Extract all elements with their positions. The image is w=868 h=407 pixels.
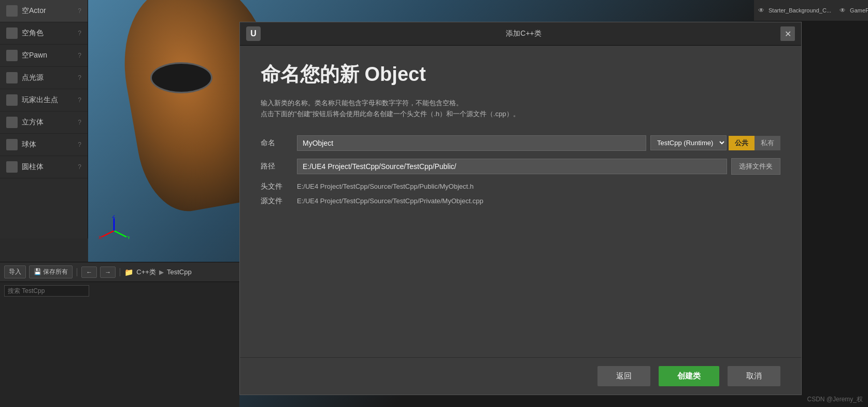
cancel-button[interactable]: 取消 [728, 366, 780, 386]
search-input[interactable] [4, 285, 89, 297]
import-button[interactable]: 导入 [4, 265, 26, 278]
panel-item-player-start[interactable]: 玩家出生点 ? [0, 89, 88, 111]
cylinder-icon [6, 161, 18, 173]
breadcrumb-arrow: ▶ [159, 269, 164, 276]
forward-button[interactable]: → [100, 266, 116, 278]
source-file-row: 源文件 E:/UE4 Project/TestCpp/Source/TestCp… [261, 197, 780, 206]
modal-close-button[interactable]: ✕ [780, 26, 795, 41]
sphere-label: 球体 [22, 140, 76, 149]
panel-item-empty-actor[interactable]: 空Actor ? [0, 0, 88, 22]
runtime-selector: TestCpp (Runtime) [650, 135, 727, 150]
source-file-value: E:/UE4 Project/TestCpp/Source/TestCpp/Pr… [297, 197, 483, 205]
toolbar-separator [77, 268, 77, 276]
empty-pawn-label: 空Pawn [22, 51, 76, 60]
source-file-label: 源文件 [261, 197, 297, 206]
svg-text:Z: Z [112, 215, 115, 219]
eye-icon-1: 👁 [758, 7, 764, 14]
empty-character-icon [6, 27, 18, 39]
watermark: CSDN @Jeremy_权 [807, 395, 863, 404]
right-panel: 👁 Starter_Background_C... 👁 GamePlayActo… [754, 0, 868, 21]
modal-heading: 命名您的新 Object [261, 61, 780, 88]
panel-item-sphere[interactable]: 球体 ? [0, 134, 88, 156]
eye-icon-2: 👁 [839, 7, 846, 14]
svg-line-1 [102, 231, 114, 237]
cube-icon [6, 117, 18, 128]
modal-title: 添加C++类 [267, 29, 780, 38]
empty-actor-icon [6, 5, 18, 17]
empty-pawn-help[interactable]: ? [78, 52, 81, 59]
cube-label: 立方体 [22, 118, 76, 127]
panel-item-empty-character[interactable]: 空角色 ? [0, 22, 88, 45]
access-buttons: 公共 私有 [729, 136, 780, 150]
header-file-value: E:/UE4 Project/TestCpp/Source/TestCpp/Pu… [297, 183, 474, 190]
runtime-select[interactable]: TestCpp (Runtime) [650, 135, 727, 150]
panel-item-point-light[interactable]: 点光源 ? [0, 67, 88, 89]
header-file-row: 头文件 E:/UE4 Project/TestCpp/Source/TestCp… [261, 182, 780, 191]
name-label: 命名 [261, 138, 297, 148]
empty-pawn-icon [6, 50, 18, 61]
back-button[interactable]: 返回 [597, 366, 650, 386]
toolbar-separator-2 [120, 268, 120, 276]
panel-item-cube[interactable]: 立方体 ? [0, 111, 88, 134]
cube-help[interactable]: ? [78, 119, 81, 126]
modal-description: 输入新类的名称。类名称只能包含字母和数字字符，不能包含空格。 点击下面的"创建"… [261, 98, 780, 120]
modal-footer: 返回 创建类 取消 [240, 357, 801, 395]
add-cpp-modal: U 添加C++类 ✕ 命名您的新 Object 输入新类的名称。类名称只能包含字… [239, 22, 802, 395]
visor-decoration [150, 62, 212, 93]
sphere-icon [6, 139, 18, 150]
access-public-button[interactable]: 公共 [729, 136, 755, 150]
empty-character-help[interactable]: ? [78, 30, 81, 37]
modal-titlebar: U 添加C++类 ✕ [240, 22, 801, 46]
access-private-button[interactable]: 私有 [755, 136, 780, 150]
bottom-panel: 导入 💾 保存所有 ← → 📁 C++类 ▶ TestCpp [0, 262, 239, 407]
right-panel-item-1: Starter_Background_C... [769, 7, 831, 13]
breadcrumb-cpp[interactable]: C++类 [136, 268, 156, 277]
svg-line-0 [114, 231, 126, 237]
empty-actor-help[interactable]: ? [78, 7, 81, 15]
right-panel-item-2: GamePlayActors [850, 7, 868, 13]
create-class-button[interactable]: 创建类 [659, 366, 719, 386]
cylinder-help[interactable]: ? [78, 163, 81, 171]
left-panel: 空Actor ? 空角色 ? 空Pawn ? 点光源 ? 玩家出生点 ? 立方体… [0, 0, 88, 238]
save-all-button[interactable]: 💾 保存所有 [29, 265, 73, 278]
point-light-icon [6, 72, 18, 83]
svg-text:X: X [98, 234, 102, 240]
save-icon: 💾 [34, 268, 41, 275]
panel-item-empty-pawn[interactable]: 空Pawn ? [0, 45, 88, 67]
player-start-icon [6, 94, 18, 106]
path-row: 路径 选择文件夹 [261, 158, 780, 175]
name-row: 命名 TestCpp (Runtime) 公共 私有 [261, 135, 780, 151]
choose-file-button[interactable]: 选择文件夹 [731, 158, 780, 175]
bottom-toolbar: 导入 💾 保存所有 ← → 📁 C++类 ▶ TestCpp [0, 262, 239, 282]
path-input[interactable] [297, 159, 727, 174]
svg-text:Y: Y [127, 234, 130, 240]
player-start-help[interactable]: ? [78, 96, 81, 104]
axis-indicator: Y X Z [98, 215, 130, 246]
empty-character-label: 空角色 [22, 29, 76, 38]
cylinder-label: 圆柱体 [22, 162, 76, 172]
sphere-help[interactable]: ? [78, 141, 81, 148]
search-container [0, 282, 239, 300]
player-start-label: 玩家出生点 [22, 95, 76, 105]
panel-item-cylinder[interactable]: 圆柱体 ? [0, 156, 88, 178]
name-input[interactable] [297, 135, 646, 151]
breadcrumb-testcpp[interactable]: TestCpp [167, 268, 192, 276]
unreal-logo: U [246, 26, 261, 41]
modal-body: 命名您的新 Object 输入新类的名称。类名称只能包含字母和数字字符，不能包含… [240, 46, 801, 357]
path-label: 路径 [261, 162, 297, 171]
back-button[interactable]: ← [81, 266, 97, 278]
point-light-label: 点光源 [22, 73, 76, 82]
header-file-label: 头文件 [261, 182, 297, 191]
empty-actor-label: 空Actor [22, 6, 76, 16]
breadcrumb-folder-icon: 📁 [124, 268, 133, 276]
point-light-help[interactable]: ? [78, 74, 81, 81]
